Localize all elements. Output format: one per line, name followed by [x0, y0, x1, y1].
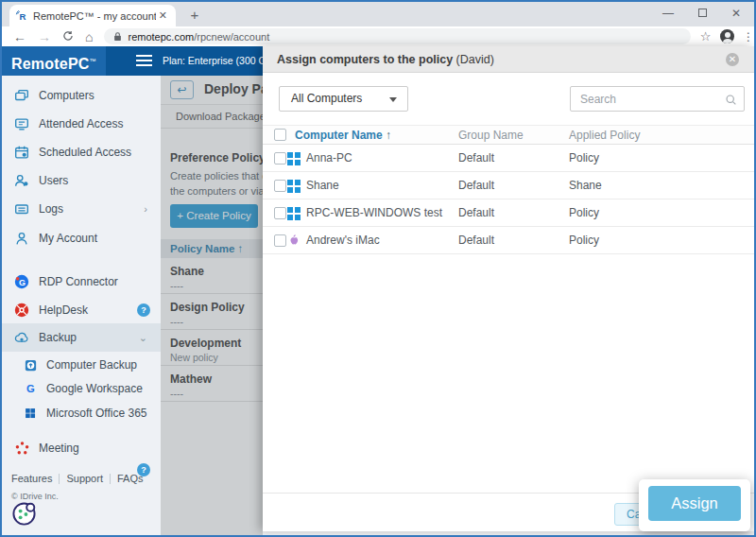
- group-name: Default: [458, 179, 494, 192]
- url-path: /rpcnew/account: [194, 31, 269, 43]
- search-icon: [725, 93, 737, 110]
- chevron-down-icon: ⌄: [139, 332, 147, 344]
- sidebar-item-computers[interactable]: Computers: [2, 83, 161, 108]
- sidebar-item-my-account[interactable]: My Account: [2, 226, 161, 251]
- browser-menu-icon[interactable]: ⋮: [743, 30, 754, 43]
- computer-name: Anna-PC: [306, 151, 352, 165]
- sidebar-item-rdp-connector[interactable]: G RDP Connector ?: [2, 269, 161, 294]
- maximize-button[interactable]: [698, 9, 707, 17]
- applied-policy: Shane: [569, 179, 602, 192]
- minimize-button[interactable]: —: [662, 7, 675, 20]
- assign-button[interactable]: Assign: [648, 486, 741, 521]
- column-applied-policy[interactable]: Applied Policy: [569, 129, 640, 142]
- applied-policy: Policy: [569, 234, 599, 247]
- new-tab-button[interactable]: +: [185, 6, 204, 25]
- column-group-name[interactable]: Group Name: [458, 129, 524, 142]
- cookie-consent-icon[interactable]: [11, 501, 37, 527]
- select-all-checkbox[interactable]: [274, 129, 286, 141]
- modal-title: Assign computers to the policy: [277, 53, 453, 66]
- sidebar-item-label: Computers: [39, 89, 94, 102]
- sidebar-item-microsoft-office-365[interactable]: Microsoft Office 365: [2, 401, 161, 425]
- assign-computers-modal: Assign computers to the policy (David) ✕…: [263, 46, 754, 531]
- remotepc-app: RemotePC™ Plan: Enterprise (300 Comp Com…: [2, 46, 754, 535]
- applied-policy: Policy: [569, 206, 599, 219]
- modal-backdrop: [161, 76, 263, 535]
- logs-icon: [13, 200, 30, 217]
- home-icon[interactable]: ⌂: [85, 29, 93, 44]
- computers-filter-dropdown[interactable]: All Computers: [279, 86, 408, 112]
- computer-table-rows: Anna-PCDefaultPolicyShaneDefaultShaneRPC…: [263, 145, 754, 254]
- sidebar-item-label: Meeting: [39, 442, 79, 455]
- sidebar-item-label: Google Workspace: [46, 382, 143, 395]
- computer-name: Shane: [306, 179, 339, 192]
- sidebar-item-label: Attended Access: [39, 117, 123, 130]
- address-bar[interactable]: remotepc.com/rpcnew/account: [104, 28, 690, 44]
- browser-toolbar: ← → ⌂ remotepc.com/rpcnew/account ☆ ⋮: [2, 26, 754, 46]
- features-link[interactable]: Features: [11, 473, 52, 484]
- forward-icon[interactable]: →: [38, 29, 51, 44]
- backup-icon: [13, 329, 30, 346]
- svg-text:R: R: [19, 11, 26, 22]
- search-box: [570, 86, 745, 112]
- sidebar-item-attended-access[interactable]: Attended Access: [2, 112, 161, 136]
- computer-row[interactable]: ShaneDefaultShane: [263, 172, 754, 199]
- sidebar-item-label: Scheduled Access: [39, 146, 131, 159]
- computer-row[interactable]: Anna-PCDefaultPolicy: [263, 145, 754, 172]
- assign-callout: Assign: [639, 479, 750, 531]
- caret-down-icon: [389, 97, 397, 102]
- row-checkbox[interactable]: [274, 234, 286, 247]
- sidebar-item-label: Backup: [39, 331, 77, 344]
- reload-icon[interactable]: [62, 29, 74, 44]
- sidebar-item-users[interactable]: Users: [2, 168, 161, 193]
- sort-arrow-icon: ↑: [386, 129, 391, 142]
- sidebar-item-label: Users: [39, 174, 68, 187]
- faqs-link[interactable]: FAQs: [117, 473, 144, 484]
- windows-icon: [287, 180, 301, 193]
- logo-tm: ™: [90, 58, 96, 64]
- scheduled-access-icon: [13, 144, 30, 161]
- windows-icon: [287, 152, 301, 165]
- sidebar-item-label: Microsoft Office 365: [46, 407, 147, 420]
- sidebar-item-label: My Account: [39, 232, 97, 245]
- bookmark-star-icon[interactable]: ☆: [700, 29, 712, 43]
- computer-row[interactable]: Andrew's iMacDefaultPolicy: [263, 227, 754, 254]
- sidebar-item-meeting[interactable]: Meeting: [2, 436, 161, 460]
- row-checkbox[interactable]: [274, 152, 286, 165]
- rdp-connector-icon: G: [13, 273, 30, 290]
- windows-icon: [287, 207, 301, 220]
- tab-close-icon[interactable]: ✕: [156, 9, 170, 22]
- group-name: Default: [458, 206, 494, 219]
- browser-tab[interactable]: R RemotePC™ - my account inform ✕: [9, 5, 176, 26]
- sidebar-item-computer-backup[interactable]: Computer Backup: [2, 353, 161, 377]
- filter-selected-value: All Computers: [291, 92, 362, 105]
- sidebar-item-label: RDP Connector: [39, 275, 118, 288]
- attended-access-icon: [13, 115, 30, 132]
- copyright-text: © IDrive Inc.: [11, 492, 59, 501]
- sidebar-item-google-workspace[interactable]: G Google Workspace: [2, 376, 161, 401]
- modal-close-icon[interactable]: ✕: [726, 53, 739, 66]
- svg-text:G: G: [26, 383, 35, 394]
- hamburger-menu-icon[interactable]: [136, 55, 152, 69]
- window-close-button[interactable]: ✕: [730, 7, 743, 20]
- support-link[interactable]: Support: [66, 473, 103, 484]
- browser-window: R RemotePC™ - my account inform ✕ + — ✕ …: [0, 0, 756, 537]
- help-badge[interactable]: ?: [137, 303, 150, 317]
- back-icon[interactable]: ←: [13, 29, 26, 44]
- sidebar-item-helpdesk[interactable]: HelpDesk ?: [2, 298, 161, 322]
- plan-label: Plan: Enterprise (300 Comp: [163, 46, 263, 76]
- row-checkbox[interactable]: [274, 180, 286, 192]
- sidebar-item-logs[interactable]: Logs ›: [2, 197, 161, 221]
- column-computer-name[interactable]: Computer Name ↑: [295, 129, 391, 142]
- group-name: Default: [458, 234, 494, 247]
- sidebar-item-scheduled-access[interactable]: Scheduled Access: [2, 140, 161, 165]
- computer-row[interactable]: RPC-WEB-WINDOWS testDefaultPolicy: [263, 199, 754, 227]
- row-checkbox[interactable]: [274, 207, 286, 219]
- search-input[interactable]: [580, 88, 730, 110]
- logo-text: RemotePC: [11, 56, 90, 72]
- sidebar-item-label: HelpDesk: [39, 303, 88, 317]
- profile-avatar[interactable]: [720, 29, 734, 43]
- group-name: Default: [458, 151, 494, 165]
- sidebar-item-backup[interactable]: Backup ⌄: [2, 323, 161, 352]
- remotepc-favicon: R: [15, 9, 28, 23]
- remotepc-logo[interactable]: RemotePC™: [2, 46, 106, 76]
